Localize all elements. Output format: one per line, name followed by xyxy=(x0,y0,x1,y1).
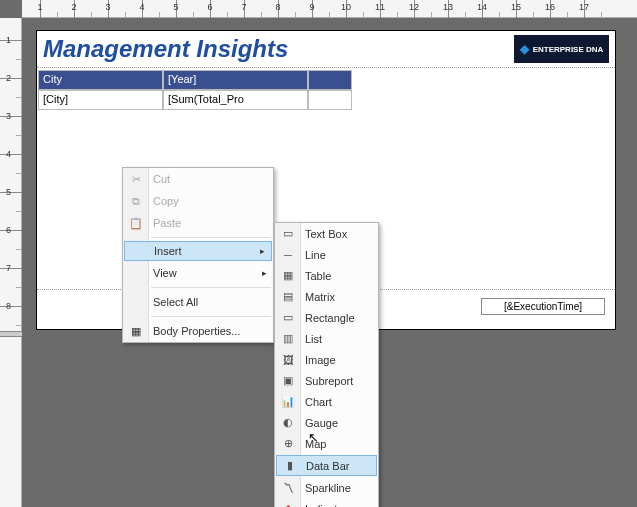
menu-item-copy: ⧉Copy xyxy=(123,190,273,212)
insert-subreport[interactable]: ▣Subreport xyxy=(275,370,378,391)
insert-sparkline[interactable]: 〽Sparkline xyxy=(275,477,378,498)
horizontal-ruler: 1234567891011121314151617 xyxy=(22,0,637,18)
tablix-data-row[interactable]: [City] [Sum(Total_Pro xyxy=(38,90,615,110)
chart-icon: 📊 xyxy=(280,395,296,408)
logo-image[interactable]: ◆ ENTERPRISE DNA xyxy=(514,35,609,63)
paste-icon: 📋 xyxy=(128,217,144,230)
header-cell-city[interactable]: City xyxy=(38,70,163,90)
matrix-icon: ▤ xyxy=(280,290,296,303)
menu-item-paste: 📋Paste xyxy=(123,212,273,234)
insert-matrix[interactable]: ▤Matrix xyxy=(275,286,378,307)
ruler-split-handle[interactable] xyxy=(0,331,22,337)
insert-image[interactable]: 🖼Image xyxy=(275,349,378,370)
menu-item-cut: ✂Cut xyxy=(123,168,273,190)
text-box-icon: ▭ xyxy=(280,227,296,240)
logo-mark-icon: ◆ xyxy=(520,42,529,56)
cut-icon: ✂ xyxy=(128,173,144,186)
report-title[interactable]: Management Insights xyxy=(43,35,288,63)
data-bar-icon: ▮ xyxy=(282,459,298,472)
line-icon: ─ xyxy=(280,249,296,261)
header-cell-empty[interactable] xyxy=(308,70,352,90)
insert-table[interactable]: ▦Table xyxy=(275,265,378,286)
logo-text: ENTERPRISE DNA xyxy=(533,45,604,54)
list-icon: ▥ xyxy=(280,332,296,345)
menu-item-view[interactable]: View xyxy=(123,262,273,284)
sparkline-icon: 〽 xyxy=(280,482,296,494)
copy-icon: ⧉ xyxy=(128,195,144,208)
header-cell-year[interactable]: [Year] xyxy=(163,70,308,90)
indicator-icon: ◆ xyxy=(280,502,296,507)
menu-item-select-all[interactable]: Select All xyxy=(123,291,273,313)
data-cell-empty[interactable] xyxy=(308,90,352,110)
insert-list[interactable]: ▥List xyxy=(275,328,378,349)
data-cell-city[interactable]: [City] xyxy=(38,90,163,110)
subreport-icon: ▣ xyxy=(280,374,296,387)
rectangle-icon: ▭ xyxy=(280,311,296,324)
insert-text-box[interactable]: ▭Text Box xyxy=(275,223,378,244)
insert-gauge[interactable]: ◐Gauge xyxy=(275,412,378,433)
map-icon: ⊕ xyxy=(280,437,296,450)
context-menu[interactable]: ✂Cut⧉Copy📋PasteInsertViewSelect All▦Body… xyxy=(122,167,274,343)
execution-time-textbox[interactable]: [&ExecutionTime] xyxy=(481,298,605,315)
menu-item-body-properties-[interactable]: ▦Body Properties... xyxy=(123,320,273,342)
tablix-header-row[interactable]: City [Year] xyxy=(38,70,615,90)
insert-line[interactable]: ─Line xyxy=(275,244,378,265)
insert-indicator[interactable]: ◆Indicator xyxy=(275,498,378,507)
insert-map[interactable]: ⊕Map xyxy=(275,433,378,454)
vertical-ruler: 12345678 xyxy=(0,18,22,507)
insert-submenu[interactable]: ▭Text Box─Line▦Table▤Matrix▭Rectangle▥Li… xyxy=(274,222,379,507)
gauge-icon: ◐ xyxy=(280,416,296,429)
body-properties--icon: ▦ xyxy=(128,325,144,338)
data-cell-sum[interactable]: [Sum(Total_Pro xyxy=(163,90,308,110)
image-icon: 🖼 xyxy=(280,354,296,366)
insert-data-bar[interactable]: ▮Data Bar xyxy=(276,455,377,476)
menu-item-insert[interactable]: Insert xyxy=(124,241,272,261)
table-icon: ▦ xyxy=(280,269,296,282)
tablix[interactable]: City [Year] [City] [Sum(Total_Pro xyxy=(38,70,615,110)
insert-rectangle[interactable]: ▭Rectangle xyxy=(275,307,378,328)
insert-chart[interactable]: 📊Chart xyxy=(275,391,378,412)
